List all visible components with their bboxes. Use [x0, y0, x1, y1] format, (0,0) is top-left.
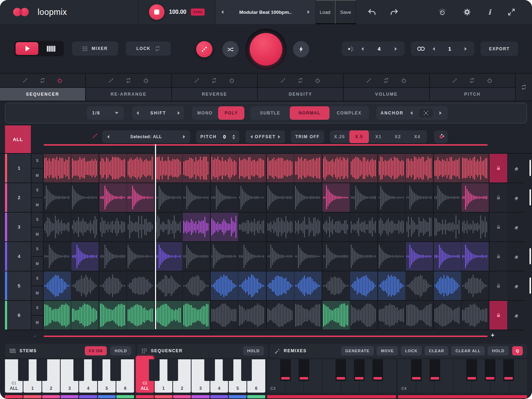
waveform-cell[interactable]: [127, 183, 155, 212]
anchor-next-button[interactable]: [437, 109, 444, 117]
waveform-cell[interactable]: [71, 242, 99, 271]
black-key[interactable]: [37, 359, 47, 381]
multiplier-x4[interactable]: X4: [408, 130, 427, 143]
waveform-cell[interactable]: [99, 213, 127, 241]
complexity-subtle[interactable]: SUBTLE: [250, 106, 290, 120]
track-erase-button[interactable]: [508, 154, 525, 182]
waveform-cell[interactable]: [211, 213, 238, 241]
refresh-icon[interactable]: [383, 78, 389, 83]
power-icon[interactable]: [229, 78, 234, 83]
stop-button[interactable]: [149, 4, 165, 20]
waveform-cell[interactable]: [322, 183, 350, 212]
waveform-cell[interactable]: [127, 271, 155, 300]
waveform-cell[interactable]: [461, 271, 489, 300]
track-scrollbar[interactable]: [530, 248, 531, 264]
load-button[interactable]: Load: [316, 0, 335, 24]
multiplier-x2[interactable]: X2: [388, 130, 408, 143]
waveform-cell[interactable]: [267, 301, 294, 330]
waveform-cell[interactable]: [238, 154, 266, 182]
waveform-cell[interactable]: [322, 301, 350, 330]
track-erase-button[interactable]: [508, 213, 525, 241]
black-key[interactable]: [372, 359, 383, 381]
selected-next-button[interactable]: [181, 133, 187, 141]
quantize-toggle[interactable]: Q: [512, 346, 523, 355]
tab-reverse[interactable]: REVERSE: [172, 88, 257, 101]
waveform-cell[interactable]: [267, 183, 294, 212]
multiplier-x1[interactable]: X1: [369, 130, 388, 143]
randomize-button[interactable]: [196, 41, 212, 57]
waveform-cell[interactable]: [71, 154, 99, 182]
waveform-cell[interactable]: [406, 301, 434, 330]
remix-hold-button[interactable]: HOLD: [488, 346, 509, 355]
waveform-cell[interactable]: [294, 242, 322, 271]
refresh-icon[interactable]: [40, 78, 45, 83]
waveform-cell[interactable]: [155, 242, 183, 271]
waveform-cell[interactable]: [211, 183, 238, 212]
zoom-out-button[interactable]: -: [34, 333, 36, 339]
redo-button[interactable]: [388, 6, 400, 18]
waveform-cell[interactable]: [155, 154, 183, 182]
zoom-in-button[interactable]: +: [491, 332, 494, 339]
waveform-cell[interactable]: [267, 154, 294, 182]
waveform-cell[interactable]: [294, 154, 322, 182]
waveform-cell[interactable]: [461, 301, 489, 330]
black-key[interactable]: [411, 359, 422, 381]
waveform-cell[interactable]: [211, 154, 238, 182]
black-key[interactable]: [204, 359, 215, 381]
waveform-cell[interactable]: [238, 271, 266, 300]
complexity-complex[interactable]: COMPLEX: [329, 106, 369, 120]
track-number[interactable]: 1: [7, 154, 31, 182]
refresh-icon[interactable]: [126, 78, 131, 83]
waveform-cell[interactable]: [71, 271, 99, 300]
waveform-cell[interactable]: [434, 301, 461, 330]
random-icon[interactable]: [109, 78, 113, 83]
waveform-cell[interactable]: [44, 242, 71, 271]
waveform-cell[interactable]: [378, 183, 406, 212]
remix-lock-button[interactable]: LOCK: [401, 346, 422, 355]
waveform-cell[interactable]: [127, 154, 155, 182]
waveform-cell[interactable]: [44, 301, 71, 330]
waveform-cell[interactable]: [44, 213, 71, 241]
loop-range-bar[interactable]: [44, 144, 488, 146]
mute-button[interactable]: M: [32, 198, 43, 212]
variations-prev-button[interactable]: [359, 45, 366, 53]
tab-density[interactable]: DENSITY: [258, 88, 343, 101]
track-lock-button[interactable]: [489, 242, 507, 271]
play-button[interactable]: [16, 42, 38, 55]
waveform-cell[interactable]: [406, 213, 434, 241]
waveform-cell[interactable]: [238, 242, 266, 271]
random-icon[interactable]: [194, 78, 199, 83]
waveform-cell[interactable]: [127, 242, 155, 271]
black-key[interactable]: [73, 359, 84, 381]
waveform-cell[interactable]: [461, 242, 489, 271]
variations-next-button[interactable]: [393, 45, 399, 53]
waveform-cell[interactable]: [99, 183, 127, 212]
rate-dropdown[interactable]: 1/8: [87, 106, 124, 120]
tab-pitch[interactable]: PITCH: [430, 88, 515, 101]
waveform-cell[interactable]: [461, 213, 489, 241]
waveform-cell[interactable]: [44, 183, 71, 212]
waveform-cell[interactable]: [183, 301, 211, 330]
track-erase-button[interactable]: [508, 242, 525, 271]
waveform-cell[interactable]: [155, 301, 183, 330]
mute-button[interactable]: M: [32, 316, 43, 330]
waveform-cell[interactable]: [350, 271, 378, 300]
main-remix-button[interactable]: [250, 33, 282, 66]
black-key[interactable]: [149, 359, 160, 381]
sync-toggle[interactable]: SYNC: [191, 9, 205, 16]
shuffle-button[interactable]: [222, 41, 239, 57]
power-icon[interactable]: [57, 78, 62, 83]
waveform-cell[interactable]: [322, 213, 350, 241]
solo-button[interactable]: S: [32, 154, 43, 169]
random-icon[interactable]: [23, 78, 28, 83]
random-icon[interactable]: [92, 133, 98, 139]
sequencer-hold-button[interactable]: HOLD: [243, 346, 264, 355]
black-key[interactable]: [299, 359, 309, 381]
instant-trigger-button[interactable]: [293, 41, 309, 57]
remix-generate-button[interactable]: GENERATE: [341, 346, 374, 355]
mute-button[interactable]: M: [32, 286, 43, 300]
snap-magnet-button[interactable]: [434, 130, 448, 143]
track-number[interactable]: 3: [7, 213, 31, 241]
multiplier-x-5[interactable]: X.5: [349, 130, 369, 143]
track-scrollbar[interactable]: [530, 277, 531, 294]
